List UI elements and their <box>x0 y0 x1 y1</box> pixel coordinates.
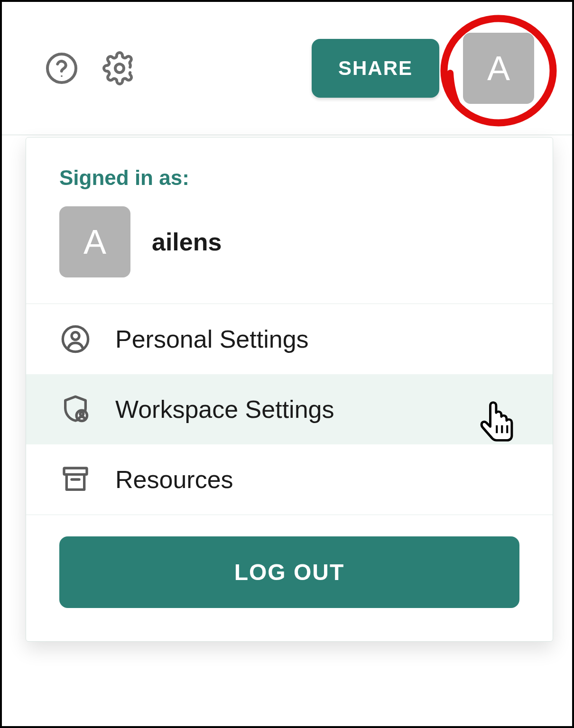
menu-list: Personal Settings Workspace Settings <box>26 304 553 515</box>
dropdown-header: Signed in as: A ailens <box>26 138 553 304</box>
user-row: A ailens <box>59 206 519 277</box>
logout-button[interactable]: LOG OUT <box>59 536 519 608</box>
svg-rect-11 <box>64 468 87 474</box>
share-button[interactable]: SHARE <box>312 39 439 98</box>
cursor-pointer-icon <box>472 398 524 450</box>
archive-icon <box>59 463 92 496</box>
user-dropdown: Signed in as: A ailens Personal Settings <box>26 137 553 642</box>
gear-icon[interactable] <box>102 51 137 85</box>
svg-point-0 <box>47 54 76 83</box>
user-circle-icon <box>59 323 92 355</box>
svg-point-5 <box>72 332 79 340</box>
menu-item-resources[interactable]: Resources <box>26 444 553 515</box>
svg-point-2 <box>115 64 124 73</box>
menu-item-workspace-settings[interactable]: Workspace Settings <box>26 374 553 444</box>
shield-user-icon <box>59 393 92 425</box>
menu-item-label: Workspace Settings <box>115 395 334 424</box>
menu-item-label: Resources <box>115 465 233 494</box>
toolbar: SHARE A <box>2 2 572 135</box>
avatar-button[interactable]: A <box>463 33 534 104</box>
avatar: A <box>59 206 130 277</box>
dropdown-footer: LOG OUT <box>26 515 553 641</box>
svg-point-1 <box>61 75 63 77</box>
signed-in-label: Signed in as: <box>59 166 519 190</box>
menu-item-label: Personal Settings <box>115 325 309 353</box>
help-icon[interactable] <box>45 51 79 85</box>
menu-item-personal-settings[interactable]: Personal Settings <box>26 304 553 374</box>
username: ailens <box>152 228 222 256</box>
